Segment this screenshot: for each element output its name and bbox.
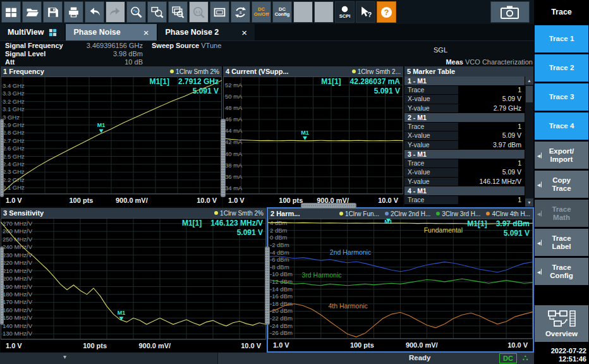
submenu-arrow-icon: ◀ xyxy=(537,151,542,159)
splitter-window2-top[interactable] xyxy=(301,203,356,209)
tab-multiview[interactable]: MultiView xyxy=(0,24,64,40)
svg-text:2.5 GHz: 2.5 GHz xyxy=(3,153,25,160)
svg-text:4th Harmonic: 4th Harmonic xyxy=(328,302,367,310)
screenshot-button[interactable] xyxy=(490,1,530,23)
multiple-zoom-button[interactable] xyxy=(168,1,188,23)
trace-legend-item: 4Clrw 4th H... xyxy=(486,210,530,217)
trace-legend: 1Clrw Smth 2% xyxy=(214,210,264,217)
softkey-trace-1[interactable]: Trace 1 xyxy=(535,25,588,52)
window-current[interactable]: 4 Current (VSupp...1Clrw Smth 2...52 mA5… xyxy=(222,66,404,207)
window-sensitivity[interactable]: 3 Sensitivity1Clrw Smth 2%270 MHz/V260 M… xyxy=(0,207,267,353)
help-button[interactable]: ? xyxy=(377,1,396,23)
x-axis-label: 10.0 V xyxy=(378,197,398,204)
close-tab-phase-noise[interactable]: × xyxy=(143,27,149,38)
marker-group-header[interactable]: 4 - M1 xyxy=(404,186,525,196)
dc-status-badge[interactable]: DC xyxy=(499,353,517,363)
undo-button[interactable] xyxy=(85,1,104,23)
redo-button xyxy=(106,1,125,23)
svg-text:170 MHz/V: 170 MHz/V xyxy=(3,298,33,305)
splitter-window3-left[interactable] xyxy=(0,246,4,325)
table-row-label: Y-value xyxy=(404,178,458,186)
tab-phase-noise-2[interactable]: Phase Noise 2× xyxy=(158,24,255,40)
x-axis-label: 10.0 V xyxy=(197,197,217,204)
close-tab-phase-noise-2[interactable]: × xyxy=(241,27,247,38)
softkey-label: Trace xyxy=(552,185,571,193)
svg-text:130 MHz/V: 130 MHz/V xyxy=(3,330,33,337)
tab-bar: MultiViewPhase Noise×Phase Noise 2× xyxy=(0,24,534,40)
trace-color-dot-icon xyxy=(385,212,389,215)
marker-group-header[interactable]: 2 - M1 xyxy=(404,113,525,123)
trace-legend-item: 1Clrw Smth 2% xyxy=(170,68,219,75)
svg-text:-26 dBm: -26 dBm xyxy=(270,329,293,336)
svg-text:M1: M1 xyxy=(118,310,126,316)
table-row-label: X-value xyxy=(404,95,458,104)
svg-text:-2 dBm: -2 dBm xyxy=(270,241,289,248)
zoom-trace-icon xyxy=(130,6,143,19)
marker-group-header[interactable]: 3 - M1 xyxy=(404,150,525,159)
softkey-copy-trace[interactable]: ◀CopyTrace xyxy=(535,171,588,198)
print-button[interactable] xyxy=(64,1,83,23)
window-harmonics[interactable]: 2 Harm...1Clrw Fun...2Clrw 2nd H...3Clrw… xyxy=(267,207,534,353)
svg-text:2 dBm: 2 dBm xyxy=(270,227,288,234)
meas-label: Meas xyxy=(446,58,463,66)
context-help-button[interactable]: ? xyxy=(356,1,375,23)
display-frame-icon xyxy=(213,6,226,19)
softkey-trace-label[interactable]: ◀TraceLabel xyxy=(535,229,588,256)
splitter-window2-left[interactable] xyxy=(265,246,270,325)
zoom-trace-button[interactable] xyxy=(126,1,146,23)
tab-phase-noise[interactable]: Phase Noise× xyxy=(66,24,156,40)
plot-area: 3.4 GHz3.3 GHz3.2 GHz3.1 GHz3 GHz2.9 GHz… xyxy=(1,76,222,194)
softkey-overview[interactable]: Overview xyxy=(535,305,588,342)
splitter-window4-left[interactable] xyxy=(221,119,226,197)
save-button[interactable] xyxy=(43,1,63,23)
window-frequency[interactable]: 1 Frequency1Clrw Smth 2%3.4 GHz3.3 GHz3.… xyxy=(0,66,222,207)
trace-legend-text: 1Clrw Fun... xyxy=(345,210,379,217)
tab-label: Phase Noise xyxy=(73,28,120,37)
x-axis-label: 100 pts xyxy=(83,342,107,349)
softkey-export-import[interactable]: ◀Export/Import xyxy=(535,142,588,169)
zoom-area-button[interactable] xyxy=(147,1,167,23)
help-icon: ? xyxy=(380,6,393,19)
softkey-trace-config[interactable]: ◀TraceConfig xyxy=(535,258,588,285)
table-row: Trace1 xyxy=(404,86,525,95)
softkey-label: Trace 1 xyxy=(549,35,574,43)
status-dropdown-caret[interactable]: ▾ xyxy=(63,353,66,360)
display-frame-button[interactable] xyxy=(210,1,229,23)
window-marker-table[interactable]: 5 Marker Table1 - M1Trace1X-value5.09 VY… xyxy=(404,66,534,207)
scroll-down-icon[interactable]: ▼ xyxy=(525,198,533,207)
marker-group-header[interactable]: 1 - M1 xyxy=(404,76,525,86)
sweep-sync-button[interactable]: s xyxy=(231,1,250,23)
windows-button[interactable] xyxy=(1,1,21,23)
table-row-label: Trace xyxy=(404,86,458,95)
svg-text:180 MHz/V: 180 MHz/V xyxy=(3,291,33,298)
scpi-button[interactable]: SCPI xyxy=(335,1,355,23)
table-row-value: 1 xyxy=(458,196,525,205)
softkey-label: Trace xyxy=(552,264,571,272)
multiview-grid-icon xyxy=(49,28,57,37)
table-row-value: 1 xyxy=(458,86,525,95)
softkey-label: Trace xyxy=(552,234,571,243)
marker-table-scrollbar[interactable]: ▲▼ xyxy=(525,76,533,207)
svg-text:2.6 GHz: 2.6 GHz xyxy=(3,145,25,152)
svg-text:M1: M1 xyxy=(97,122,106,128)
softkey-list: Trace 1Trace 2Trace 3Trace 4◀Export/Impo… xyxy=(534,25,589,344)
softkey-trace-2[interactable]: Trace 2 xyxy=(535,54,588,82)
svg-text:46 mA: 46 mA xyxy=(225,116,243,123)
svg-text:34 mA: 34 mA xyxy=(225,185,243,191)
table-row-label: Trace xyxy=(404,196,458,205)
svg-text:40 mA: 40 mA xyxy=(225,150,243,157)
dc-on-off-button[interactable]: DCOn/Off xyxy=(252,1,271,23)
x-axis-footer: 1.0 V100 pts900.0 mV/10.0 V xyxy=(268,339,533,351)
scrollbar-thumb[interactable] xyxy=(526,86,533,102)
scroll-up-icon[interactable]: ▲ xyxy=(525,76,533,85)
splitter-window1-left[interactable] xyxy=(0,119,4,197)
svg-text:140 MHz/V: 140 MHz/V xyxy=(3,322,33,329)
open-file-button[interactable] xyxy=(22,1,42,23)
softkey-trace-3[interactable]: Trace 3 xyxy=(535,83,588,111)
x-axis-footer: 1.0 V100 pts900.0 mV/10.0 V xyxy=(1,194,222,207)
svg-text:2.9 GHz: 2.9 GHz xyxy=(3,121,25,128)
softkey-trace-4[interactable]: Trace 4 xyxy=(535,112,588,140)
window-header: 2 Harm...1Clrw Fun...2Clrw 2nd H...3Clrw… xyxy=(268,209,533,219)
dc-config-button[interactable]: DCConfig xyxy=(272,1,292,23)
scpi-label: SCPI xyxy=(339,14,351,20)
